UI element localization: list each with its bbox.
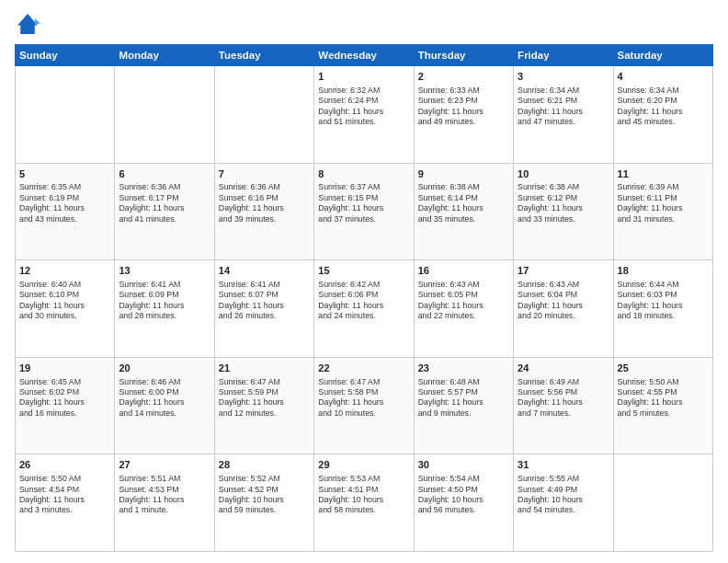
day-info: Sunrise: 6:46 AM Sunset: 6:00 PM Dayligh… — [119, 377, 210, 419]
day-cell: 10Sunrise: 6:38 AM Sunset: 6:12 PM Dayli… — [514, 163, 613, 260]
day-cell: 19Sunrise: 6:45 AM Sunset: 6:02 PM Dayli… — [16, 357, 115, 454]
day-cell: 3Sunrise: 6:34 AM Sunset: 6:21 PM Daylig… — [514, 66, 613, 164]
day-info: Sunrise: 6:41 AM Sunset: 6:09 PM Dayligh… — [119, 280, 210, 322]
day-cell: 20Sunrise: 6:46 AM Sunset: 6:00 PM Dayli… — [115, 357, 214, 454]
day-cell: 27Sunrise: 5:51 AM Sunset: 4:53 PM Dayli… — [115, 454, 214, 552]
day-cell: 8Sunrise: 6:37 AM Sunset: 6:15 PM Daylig… — [314, 163, 414, 260]
day-info: Sunrise: 5:55 AM Sunset: 4:49 PM Dayligh… — [518, 474, 609, 516]
day-cell: 24Sunrise: 6:49 AM Sunset: 5:56 PM Dayli… — [514, 357, 613, 454]
day-cell: 9Sunrise: 6:38 AM Sunset: 6:14 PM Daylig… — [414, 163, 513, 260]
weekday-header-saturday: Saturday — [613, 45, 712, 66]
calendar-table: SundayMondayTuesdayWednesdayThursdayFrid… — [15, 44, 713, 552]
day-cell: 17Sunrise: 6:43 AM Sunset: 6:04 PM Dayli… — [514, 260, 613, 358]
day-number: 7 — [219, 167, 310, 181]
week-row-0: 1Sunrise: 6:32 AM Sunset: 6:24 PM Daylig… — [16, 66, 713, 164]
weekday-header-row: SundayMondayTuesdayWednesdayThursdayFrid… — [16, 45, 713, 66]
day-cell: 5Sunrise: 6:35 AM Sunset: 6:19 PM Daylig… — [16, 163, 115, 260]
week-row-3: 19Sunrise: 6:45 AM Sunset: 6:02 PM Dayli… — [16, 357, 713, 454]
day-info: Sunrise: 6:42 AM Sunset: 6:06 PM Dayligh… — [318, 280, 409, 322]
day-cell — [613, 454, 712, 552]
day-cell — [214, 66, 313, 164]
day-number: 31 — [518, 458, 609, 472]
day-cell: 6Sunrise: 6:36 AM Sunset: 6:17 PM Daylig… — [115, 163, 214, 260]
day-number: 27 — [119, 458, 210, 472]
day-cell — [16, 66, 115, 164]
day-info: Sunrise: 6:44 AM Sunset: 6:03 PM Dayligh… — [618, 280, 709, 322]
week-row-2: 12Sunrise: 6:40 AM Sunset: 6:10 PM Dayli… — [16, 260, 713, 358]
day-cell: 18Sunrise: 6:44 AM Sunset: 6:03 PM Dayli… — [613, 260, 712, 358]
logo-icon — [15, 11, 40, 37]
weekday-header-wednesday: Wednesday — [314, 45, 414, 66]
day-number: 22 — [318, 362, 409, 375]
day-cell: 30Sunrise: 5:54 AM Sunset: 4:50 PM Dayli… — [414, 454, 513, 552]
day-number: 23 — [418, 362, 509, 375]
day-cell: 31Sunrise: 5:55 AM Sunset: 4:49 PM Dayli… — [514, 454, 613, 552]
day-info: Sunrise: 6:43 AM Sunset: 6:05 PM Dayligh… — [418, 280, 509, 322]
day-info: Sunrise: 6:37 AM Sunset: 6:15 PM Dayligh… — [318, 182, 409, 224]
day-number: 15 — [318, 264, 409, 278]
day-cell: 4Sunrise: 6:34 AM Sunset: 6:20 PM Daylig… — [613, 66, 712, 164]
day-number: 9 — [418, 167, 509, 181]
day-cell: 11Sunrise: 6:39 AM Sunset: 6:11 PM Dayli… — [613, 163, 712, 260]
day-info: Sunrise: 5:50 AM Sunset: 4:55 PM Dayligh… — [618, 377, 709, 419]
day-info: Sunrise: 6:38 AM Sunset: 6:12 PM Dayligh… — [518, 182, 609, 224]
day-number: 29 — [318, 458, 409, 472]
day-cell — [115, 66, 214, 164]
day-cell: 14Sunrise: 6:41 AM Sunset: 6:07 PM Dayli… — [214, 260, 313, 358]
day-cell: 21Sunrise: 6:47 AM Sunset: 5:59 PM Dayli… — [214, 357, 313, 454]
day-number: 20 — [119, 362, 210, 375]
day-number: 18 — [618, 264, 709, 278]
day-info: Sunrise: 6:33 AM Sunset: 6:23 PM Dayligh… — [418, 86, 509, 128]
day-number: 6 — [119, 167, 210, 181]
day-number: 26 — [19, 458, 110, 472]
day-number: 11 — [618, 167, 709, 181]
day-cell: 2Sunrise: 6:33 AM Sunset: 6:23 PM Daylig… — [414, 66, 513, 164]
day-number: 5 — [19, 167, 110, 181]
day-info: Sunrise: 6:48 AM Sunset: 5:57 PM Dayligh… — [418, 377, 509, 419]
day-info: Sunrise: 6:47 AM Sunset: 5:59 PM Dayligh… — [219, 377, 310, 419]
day-info: Sunrise: 6:45 AM Sunset: 6:02 PM Dayligh… — [19, 377, 110, 419]
day-number: 21 — [219, 362, 310, 375]
day-info: Sunrise: 6:36 AM Sunset: 6:17 PM Dayligh… — [119, 182, 210, 224]
day-info: Sunrise: 5:52 AM Sunset: 4:52 PM Dayligh… — [219, 474, 310, 516]
day-cell: 7Sunrise: 6:36 AM Sunset: 6:16 PM Daylig… — [214, 163, 313, 260]
day-cell: 28Sunrise: 5:52 AM Sunset: 4:52 PM Dayli… — [214, 454, 313, 552]
day-info: Sunrise: 6:35 AM Sunset: 6:19 PM Dayligh… — [19, 182, 110, 224]
week-row-1: 5Sunrise: 6:35 AM Sunset: 6:19 PM Daylig… — [16, 163, 713, 260]
day-number: 14 — [219, 264, 310, 278]
weekday-header-thursday: Thursday — [414, 45, 513, 66]
page: SundayMondayTuesdayWednesdayThursdayFrid… — [0, 0, 728, 563]
day-cell: 16Sunrise: 6:43 AM Sunset: 6:05 PM Dayli… — [414, 260, 513, 358]
day-info: Sunrise: 6:49 AM Sunset: 5:56 PM Dayligh… — [518, 377, 609, 419]
day-number: 1 — [318, 70, 409, 84]
day-cell: 23Sunrise: 6:48 AM Sunset: 5:57 PM Dayli… — [414, 357, 513, 454]
day-number: 30 — [418, 458, 509, 472]
svg-marker-0 — [17, 14, 38, 34]
header — [15, 11, 713, 37]
day-info: Sunrise: 6:41 AM Sunset: 6:07 PM Dayligh… — [219, 280, 310, 322]
day-info: Sunrise: 5:50 AM Sunset: 4:54 PM Dayligh… — [19, 474, 110, 516]
week-row-4: 26Sunrise: 5:50 AM Sunset: 4:54 PM Dayli… — [16, 454, 713, 552]
logo — [15, 11, 44, 37]
day-number: 2 — [418, 70, 509, 84]
day-cell: 29Sunrise: 5:53 AM Sunset: 4:51 PM Dayli… — [314, 454, 414, 552]
day-cell: 22Sunrise: 6:47 AM Sunset: 5:58 PM Dayli… — [314, 357, 414, 454]
day-info: Sunrise: 6:47 AM Sunset: 5:58 PM Dayligh… — [318, 377, 409, 419]
weekday-header-friday: Friday — [514, 45, 613, 66]
day-cell: 12Sunrise: 6:40 AM Sunset: 6:10 PM Dayli… — [16, 260, 115, 358]
day-info: Sunrise: 6:39 AM Sunset: 6:11 PM Dayligh… — [618, 182, 709, 224]
day-info: Sunrise: 5:54 AM Sunset: 4:50 PM Dayligh… — [418, 474, 509, 516]
day-info: Sunrise: 5:51 AM Sunset: 4:53 PM Dayligh… — [119, 474, 210, 516]
day-info: Sunrise: 6:38 AM Sunset: 6:14 PM Dayligh… — [418, 182, 509, 224]
day-number: 24 — [518, 362, 609, 375]
day-info: Sunrise: 5:53 AM Sunset: 4:51 PM Dayligh… — [318, 474, 409, 516]
day-info: Sunrise: 6:40 AM Sunset: 6:10 PM Dayligh… — [19, 280, 110, 322]
day-number: 4 — [618, 70, 709, 84]
day-number: 17 — [518, 264, 609, 278]
day-info: Sunrise: 6:34 AM Sunset: 6:20 PM Dayligh… — [618, 86, 709, 128]
day-number: 12 — [19, 264, 110, 278]
day-info: Sunrise: 6:34 AM Sunset: 6:21 PM Dayligh… — [518, 86, 609, 128]
day-info: Sunrise: 6:36 AM Sunset: 6:16 PM Dayligh… — [219, 182, 310, 224]
day-number: 13 — [119, 264, 210, 278]
day-info: Sunrise: 6:43 AM Sunset: 6:04 PM Dayligh… — [518, 280, 609, 322]
